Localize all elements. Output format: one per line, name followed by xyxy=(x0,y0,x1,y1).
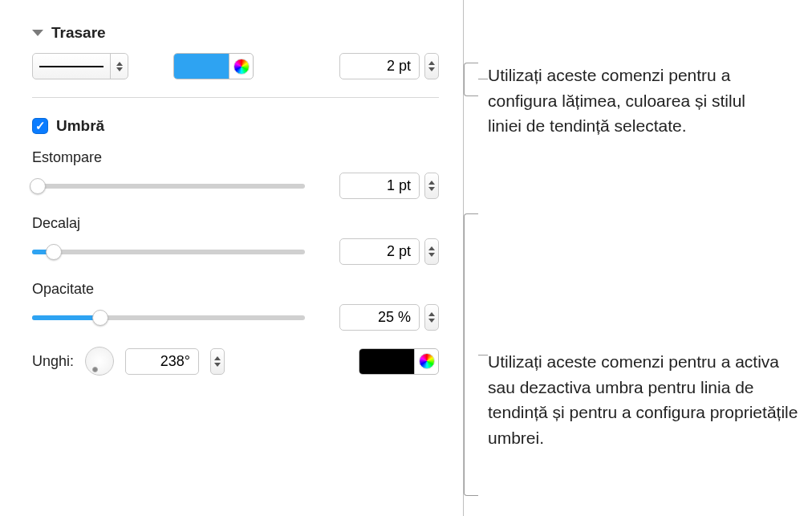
callout-bracket xyxy=(464,63,478,96)
blur-slider[interactable] xyxy=(32,178,305,194)
angle-label: Unghi: xyxy=(32,353,74,370)
color-picker-button[interactable] xyxy=(229,54,253,79)
callout-lead-line xyxy=(478,355,488,356)
stroke-width-stepper xyxy=(339,53,439,79)
stroke-section-title: Trasare xyxy=(51,24,106,42)
angle-stepper-buttons[interactable] xyxy=(210,348,225,375)
blur-label: Estompare xyxy=(32,149,439,166)
slider-track xyxy=(32,184,305,189)
stroke-section-header[interactable]: Trasare xyxy=(32,24,439,42)
callout-shadow: Utilizați aceste comenzi pentru a activa… xyxy=(488,349,801,450)
blur-stepper-buttons[interactable] xyxy=(424,173,439,199)
offset-slider[interactable] xyxy=(32,244,305,260)
offset-row: Decalaj xyxy=(32,215,439,265)
stroke-color-preview xyxy=(174,54,229,79)
shadow-checkbox[interactable]: ✓ xyxy=(32,118,48,134)
line-style-popup[interactable] xyxy=(32,53,128,79)
color-wheel-icon xyxy=(233,59,250,75)
opacity-stepper-buttons[interactable] xyxy=(424,304,439,331)
color-wheel-icon xyxy=(419,353,435,369)
stroke-width-stepper-buttons[interactable] xyxy=(424,53,439,79)
slider-fill xyxy=(32,315,100,320)
slider-knob[interactable] xyxy=(46,244,62,260)
opacity-row: Opacitate xyxy=(32,281,439,331)
chevron-up-icon xyxy=(428,181,435,185)
inspector-panel: Trasare ✓ Umbră xyxy=(0,0,464,516)
blur-row: Estompare xyxy=(32,149,439,199)
chevron-down-icon xyxy=(214,363,221,367)
shadow-section-title: Umbră xyxy=(56,117,104,135)
section-divider xyxy=(32,97,439,98)
blur-input[interactable] xyxy=(339,173,420,199)
stroke-width-input[interactable] xyxy=(339,53,420,79)
opacity-slider[interactable] xyxy=(32,310,305,326)
callout-lead-line xyxy=(478,79,488,79)
angle-input[interactable] xyxy=(125,348,199,375)
offset-stepper xyxy=(339,238,439,265)
callout-bracket xyxy=(464,213,478,496)
shadow-color-preview xyxy=(359,349,414,374)
angle-indicator-icon xyxy=(92,367,98,372)
chevron-up-icon xyxy=(214,356,221,360)
stroke-controls-row xyxy=(32,53,439,79)
opacity-input[interactable] xyxy=(339,304,420,331)
angle-row: Unghi: xyxy=(32,347,439,376)
chevron-down-icon xyxy=(428,253,435,257)
slider-knob[interactable] xyxy=(92,310,108,326)
callout-stroke: Utilizați aceste comenzi pentru a config… xyxy=(488,63,777,139)
opacity-label: Opacitate xyxy=(32,281,439,298)
shadow-section-header: ✓ Umbră xyxy=(32,117,439,135)
chevron-up-icon xyxy=(428,61,435,65)
line-style-preview xyxy=(33,66,110,67)
chevron-down-icon xyxy=(428,319,435,323)
chevron-up-icon xyxy=(428,312,435,316)
slider-knob[interactable] xyxy=(30,178,46,194)
blur-stepper xyxy=(339,173,439,199)
opacity-stepper xyxy=(339,304,439,331)
angle-dial[interactable] xyxy=(85,347,114,376)
offset-label: Decalaj xyxy=(32,215,439,232)
popup-arrows-icon xyxy=(110,54,128,79)
offset-input[interactable] xyxy=(339,238,420,265)
disclosure-down-icon xyxy=(32,30,43,36)
color-picker-button[interactable] xyxy=(414,349,438,374)
chevron-down-icon xyxy=(428,187,435,191)
line-sample-icon xyxy=(39,66,104,67)
shadow-color-well[interactable] xyxy=(359,348,439,375)
stroke-color-well[interactable] xyxy=(173,53,254,79)
slider-track xyxy=(32,250,305,254)
offset-stepper-buttons[interactable] xyxy=(424,238,439,265)
chevron-up-icon xyxy=(428,246,435,250)
chevron-down-icon xyxy=(428,67,435,71)
